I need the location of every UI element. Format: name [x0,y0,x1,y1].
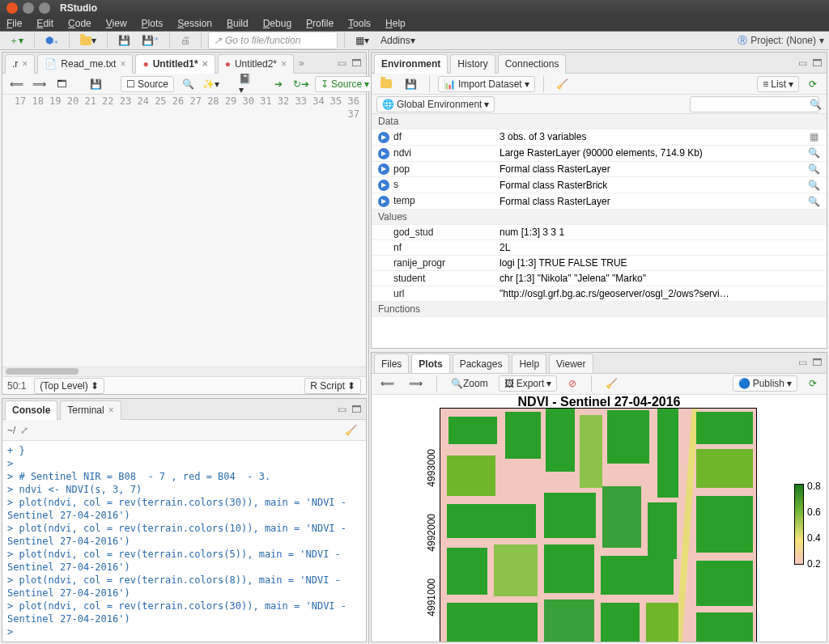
window-maximize-icon[interactable] [39,2,50,14]
rerun-button[interactable]: ↻➔ [292,75,310,93]
menu-edit[interactable]: Edit [36,18,53,29]
env-scope-selector[interactable]: 🌐 Global Environment ▾ [376,96,495,112]
import-dataset-button[interactable]: 📊 Import Dataset ▾ [438,76,535,92]
env-search-input[interactable] [690,96,819,112]
pane-minimize-icon[interactable]: ▭ [798,357,807,368]
menu-debug[interactable]: Debug [263,18,291,29]
menu-session[interactable]: Session [177,18,212,29]
env-row[interactable]: sFormal class RasterBrick🔍 [372,177,827,193]
tab-environment[interactable]: Environment [374,54,448,74]
plot-next-button[interactable]: ⟹ [405,375,427,392]
close-icon[interactable]: × [281,58,287,70]
clear-workspace-button[interactable]: 🧹 [552,75,572,93]
save-all-button[interactable]: 💾⁺ [138,32,163,49]
menu-build[interactable]: Build [227,18,249,29]
env-row[interactable]: url"http://osgl.grf.bg.ac.rs/geoserver/o… [372,286,827,302]
env-row[interactable]: df3 obs. of 3 variables▦ [372,129,827,146]
find-button[interactable]: 🔍 [179,75,197,93]
save-button[interactable]: 💾 [114,32,134,49]
pane-maximize-icon[interactable]: 🗖 [351,404,361,415]
language-selector[interactable]: R Script ⬍ [304,378,361,394]
forward-button[interactable]: ⟹ [30,75,48,93]
menu-help[interactable]: Help [385,18,406,29]
save-workspace-button[interactable]: 💾 [401,75,421,93]
close-icon[interactable]: × [120,58,125,70]
tab-viewer[interactable]: Viewer [549,354,593,373]
source-dropdown[interactable]: ↧ Source ▾ [315,76,375,92]
horizontal-scrollbar[interactable] [2,366,366,376]
goto-file-function-input[interactable]: ↗ Go to file/function [208,32,338,49]
clear-console-button[interactable]: 🧹 [341,422,361,439]
tab-plots[interactable]: Plots [411,354,449,373]
addins-button[interactable]: Addins ▾ [376,32,419,49]
tab-untitled1[interactable]: ●Untitled1*× [135,54,215,74]
refresh-env-button[interactable]: ⟳ [804,75,822,93]
tab-packages[interactable]: Packages [453,354,510,373]
zoom-button[interactable]: 🔍 Zoom [447,375,492,392]
expand-icon[interactable] [378,196,389,207]
source-on-save-checkbox[interactable]: ☐ Source [121,76,174,92]
wand-button[interactable]: ✨▾ [202,75,219,93]
menu-code[interactable]: Code [68,18,91,29]
menu-view[interactable]: View [106,18,127,29]
tab-help[interactable]: Help [512,354,546,373]
menu-profile[interactable]: Profile [306,18,334,29]
run-button[interactable]: ➔ [270,75,287,93]
new-project-button[interactable]: ⬢₊ [41,32,62,49]
tab-console[interactable]: Console [5,400,57,420]
expand-icon[interactable] [378,132,389,143]
menu-plots[interactable]: Plots [142,18,164,29]
project-menu[interactable]: Ⓡ Project: (None) ▾ [738,34,824,48]
print-button[interactable]: 🖨 [176,32,194,49]
grid-button[interactable]: ▦▾ [351,32,373,49]
env-row[interactable]: ndviLarge RasterLayer (90000 elements, 7… [372,145,827,161]
env-view-mode[interactable]: ≡ List ▾ [757,76,799,92]
new-file-button[interactable]: ＋▾ [5,32,28,49]
export-button[interactable]: 🖼 Export ▾ [499,375,558,392]
source-editor[interactable]: 17 18 19 20 21 22 23 24 25 26 27 28 29 3… [2,95,366,366]
refresh-plot-button[interactable]: ⟳ [804,375,822,392]
window-close-icon[interactable] [6,2,18,14]
menu-file[interactable]: File [6,18,22,29]
pane-maximize-icon[interactable]: 🗖 [812,357,822,368]
pane-maximize-icon[interactable]: 🗖 [351,57,361,69]
scope-selector[interactable]: (Top Level) ⬍ [34,378,104,394]
tab-overflow-icon[interactable]: » [299,57,304,69]
expand-icon[interactable] [378,148,389,159]
load-workspace-button[interactable] [376,75,396,93]
tab-terminal[interactable]: Terminal× [60,400,121,420]
pane-maximize-icon[interactable]: 🗖 [812,57,822,69]
back-button[interactable]: ⟸ [7,75,25,93]
console-output[interactable]: + } > > # Sentinel NIR = B08 - 7 , red =… [2,441,366,642]
expand-icon[interactable] [378,163,389,175]
clear-all-plots-button[interactable]: 🧹 [602,375,622,392]
tab-history[interactable]: History [450,54,495,74]
pane-minimize-icon[interactable]: ▭ [338,57,346,69]
env-row[interactable]: nf2L [372,240,827,256]
show-in-new-window-button[interactable]: 🗔 [53,75,70,93]
env-row[interactable]: tempFormal class RasterLayer🔍 [372,193,827,210]
close-icon[interactable]: × [22,58,28,70]
close-icon[interactable]: × [108,405,114,416]
tab-r-file[interactable]: .r× [5,54,35,74]
close-icon[interactable]: × [202,58,208,70]
window-minimize-icon[interactable] [23,2,34,14]
pane-minimize-icon[interactable]: ▭ [338,404,346,415]
notebook-button[interactable]: 📓▾ [236,75,253,93]
env-row[interactable]: studentchr [1:3] "Nikola" "Jelena" "Mark… [372,271,827,286]
tab-files[interactable]: Files [374,354,409,373]
publish-button[interactable]: 🔵 Publish ▾ [733,375,797,392]
pane-minimize-icon[interactable]: ▭ [798,57,807,69]
env-row[interactable]: ranije_progrlogi [1:3] TRUE FALSE TRUE [372,256,827,271]
menu-tools[interactable]: Tools [348,18,371,29]
tab-connections[interactable]: Connections [498,54,567,74]
save-source-button[interactable]: 💾 [87,75,104,93]
tab-untitled2[interactable]: ●Untitled2*× [218,54,294,74]
tab-readme[interactable]: 📄Read_me.txt× [37,54,133,74]
console-cwd-icon[interactable]: ⤢ [20,425,28,436]
env-row[interactable]: popFormal class RasterLayer🔍 [372,161,827,177]
remove-plot-button[interactable]: ⊘ [563,375,581,392]
expand-icon[interactable] [378,180,389,191]
env-row[interactable]: god_studnum [1:3] 3 3 1 [372,225,827,240]
open-file-button[interactable]: ▾ [76,32,100,49]
